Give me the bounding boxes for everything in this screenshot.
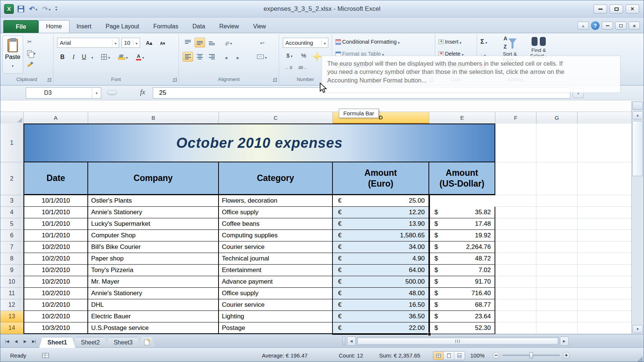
- tab-formulas[interactable]: Formulas: [146, 20, 186, 33]
- page-break-view-button[interactable]: [454, 352, 465, 360]
- undo-button[interactable]: [28, 4, 38, 14]
- cell-F13[interactable]: [495, 311, 536, 322]
- cell-D14[interactable]: €22.00: [333, 322, 429, 334]
- column-header-B[interactable]: B: [88, 112, 219, 124]
- fill-color-button[interactable]: [115, 52, 130, 62]
- tab-data[interactable]: Data: [185, 20, 212, 33]
- cell-D8[interactable]: €4.90: [333, 253, 429, 265]
- row-header-13[interactable]: 13: [0, 311, 24, 322]
- cell-C14[interactable]: Postage: [219, 322, 333, 334]
- formula-bar-splitter[interactable]: [107, 90, 117, 95]
- cell-H11[interactable]: [578, 288, 632, 299]
- accounting-format-button[interactable]: $: [283, 50, 296, 60]
- row-header-14[interactable]: 14: [0, 322, 24, 334]
- tab-insert[interactable]: Insert: [69, 20, 99, 33]
- cell-G8[interactable]: [536, 253, 578, 265]
- row-header-5[interactable]: 5: [0, 218, 24, 230]
- cell-C2[interactable]: Category: [219, 162, 333, 195]
- increase-indent-button[interactable]: [233, 52, 243, 62]
- underline-button[interactable]: U: [80, 52, 89, 62]
- cell-C3[interactable]: Flowers, decoration: [219, 195, 333, 207]
- cell-H9[interactable]: [578, 265, 632, 276]
- shrink-font-button[interactable]: [157, 38, 168, 48]
- zoom-out-button[interactable]: [493, 352, 499, 359]
- cell-D13[interactable]: €36.50: [333, 311, 429, 322]
- cell-B10[interactable]: Mr. Mayer: [88, 276, 219, 288]
- column-header-F[interactable]: F: [495, 112, 536, 124]
- orientation-button[interactable]: [221, 38, 236, 47]
- cell-C13[interactable]: Lighting: [219, 311, 333, 322]
- cell-G4[interactable]: [536, 207, 578, 218]
- scroll-down-button[interactable]: [632, 325, 643, 333]
- align-top-button[interactable]: [183, 38, 193, 47]
- row-header-8[interactable]: 8: [0, 253, 24, 265]
- align-right-button[interactable]: [207, 52, 217, 62]
- insert-worksheet-button[interactable]: [138, 337, 155, 348]
- vertical-scrollbar[interactable]: [631, 101, 644, 334]
- font-color-button[interactable]: [133, 52, 148, 62]
- cell-H13[interactable]: [578, 311, 632, 322]
- cell-A3[interactable]: 10/1/2010: [24, 195, 88, 207]
- cell-B13[interactable]: Electric Bauer: [88, 311, 219, 322]
- vertical-scroll-thumb[interactable]: [632, 121, 643, 176]
- italic-button[interactable]: I: [69, 52, 78, 62]
- insert-cells-button[interactable]: Insert: [438, 37, 462, 47]
- fill-color-dropdown[interactable]: [126, 54, 128, 60]
- redo-button[interactable]: [41, 4, 52, 14]
- bold-button[interactable]: B: [57, 52, 68, 62]
- cell-D12[interactable]: €16.50: [333, 299, 429, 311]
- first-sheet-button[interactable]: |◀: [3, 337, 12, 346]
- cell-A6[interactable]: 10/1/2010: [24, 230, 88, 241]
- merge-center-button[interactable]: [252, 52, 272, 62]
- workbook-restore-button[interactable]: [615, 22, 626, 29]
- cell-C10[interactable]: Advance payment: [219, 276, 333, 288]
- conditional-formatting-button[interactable]: Conditional Formatting: [335, 37, 400, 47]
- increase-decimal-button[interactable]: [283, 62, 295, 71]
- row-header-11[interactable]: 11: [0, 288, 24, 299]
- cell-F2[interactable]: [495, 162, 536, 195]
- font-name-dropdown[interactable]: [112, 40, 117, 46]
- next-sheet-button[interactable]: ▶: [21, 337, 30, 346]
- name-box[interactable]: D3: [26, 87, 101, 99]
- tab-file[interactable]: File: [3, 20, 38, 33]
- cell-G1[interactable]: [536, 124, 578, 162]
- cell-H4[interactable]: [578, 207, 632, 218]
- cell-D7[interactable]: €34.00: [333, 241, 429, 253]
- cell-B14[interactable]: U.S.Postage service: [88, 322, 219, 334]
- cell-B7[interactable]: Bill's Bike Courier: [88, 241, 219, 253]
- cell-A7[interactable]: 10/2/2010: [24, 241, 88, 253]
- paste-dropdown-arrow[interactable]: [12, 62, 13, 69]
- cell-B5[interactable]: Lucky's Supermarket: [88, 218, 219, 230]
- cell-B6[interactable]: Computer Shop: [88, 230, 219, 241]
- cell-F9[interactable]: [495, 265, 536, 276]
- cell-H5[interactable]: [578, 218, 632, 230]
- number-format-dropdown[interactable]: [321, 40, 326, 46]
- underline-dropdown[interactable]: [89, 52, 95, 62]
- align-center-button[interactable]: [195, 52, 205, 62]
- cell-H7[interactable]: [578, 241, 632, 253]
- cell-A11[interactable]: 10/2/2010: [24, 288, 88, 299]
- cell-H6[interactable]: [578, 230, 632, 241]
- scroll-right-button[interactable]: [560, 337, 569, 346]
- cell-B12[interactable]: DHL: [88, 299, 219, 311]
- row-header-1[interactable]: 1: [0, 124, 24, 162]
- cell-A12[interactable]: 10/2/2010: [24, 299, 88, 311]
- column-header-partial[interactable]: [578, 112, 632, 124]
- cell-A14[interactable]: 10/3/2010: [24, 322, 88, 334]
- help-icon[interactable]: [591, 21, 600, 30]
- cell-G5[interactable]: [536, 218, 578, 230]
- cell-D9[interactable]: €64.00: [333, 265, 429, 276]
- accounting-format-dropdown[interactable]: [291, 52, 292, 59]
- workbook-minimize-button[interactable]: [602, 22, 613, 29]
- cell-H8[interactable]: [578, 253, 632, 265]
- orientation-dropdown[interactable]: [230, 40, 232, 46]
- cell-F4[interactable]: [495, 207, 536, 218]
- title-banner-cell[interactable]: October 2010 expenses: [24, 124, 495, 162]
- row-header-9[interactable]: 9: [0, 265, 24, 276]
- cell-G9[interactable]: [536, 265, 578, 276]
- cell-C9[interactable]: Entertainment: [219, 265, 333, 276]
- cell-H12[interactable]: [578, 299, 632, 311]
- column-header-E[interactable]: E: [429, 112, 495, 124]
- font-name-combo[interactable]: Arial: [57, 38, 119, 48]
- resize-grip[interactable]: [637, 356, 643, 362]
